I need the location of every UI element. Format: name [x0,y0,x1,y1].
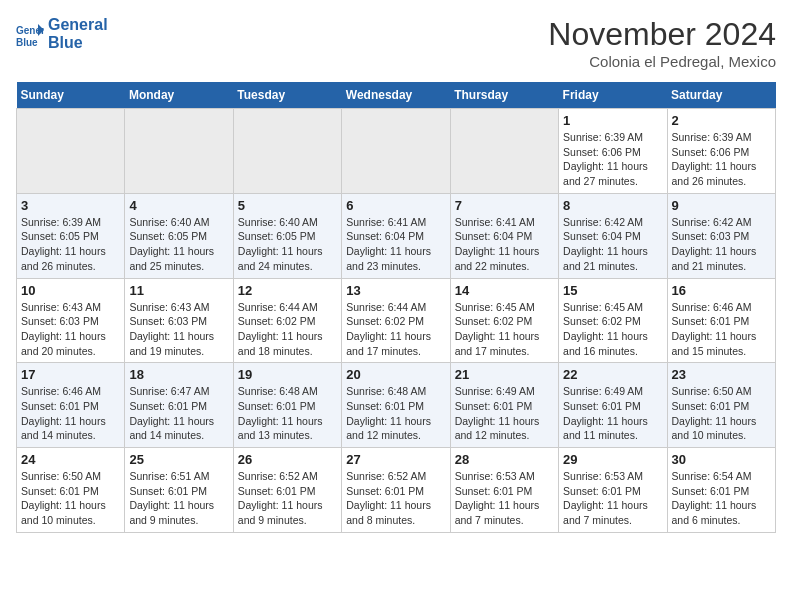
calendar-week-2: 3Sunrise: 6:39 AMSunset: 6:05 PMDaylight… [17,193,776,278]
day-number: 6 [346,198,445,213]
day-number: 8 [563,198,662,213]
logo: General Blue General Blue [16,16,108,51]
calendar-day: 6Sunrise: 6:41 AMSunset: 6:04 PMDaylight… [342,193,450,278]
day-info: Sunrise: 6:49 AMSunset: 6:01 PMDaylight:… [455,384,554,443]
calendar-day: 24Sunrise: 6:50 AMSunset: 6:01 PMDayligh… [17,448,125,533]
day-number: 12 [238,283,337,298]
day-info: Sunrise: 6:50 AMSunset: 6:01 PMDaylight:… [21,469,120,528]
day-info: Sunrise: 6:52 AMSunset: 6:01 PMDaylight:… [238,469,337,528]
svg-text:Blue: Blue [16,37,38,48]
col-header-monday: Monday [125,82,233,109]
day-number: 30 [672,452,771,467]
day-number: 23 [672,367,771,382]
day-number: 24 [21,452,120,467]
day-number: 26 [238,452,337,467]
day-info: Sunrise: 6:44 AMSunset: 6:02 PMDaylight:… [346,300,445,359]
logo-blue: Blue [48,34,108,52]
calendar-day: 12Sunrise: 6:44 AMSunset: 6:02 PMDayligh… [233,278,341,363]
day-info: Sunrise: 6:48 AMSunset: 6:01 PMDaylight:… [238,384,337,443]
day-number: 11 [129,283,228,298]
day-info: Sunrise: 6:46 AMSunset: 6:01 PMDaylight:… [21,384,120,443]
day-number: 25 [129,452,228,467]
day-info: Sunrise: 6:41 AMSunset: 6:04 PMDaylight:… [455,215,554,274]
day-number: 22 [563,367,662,382]
calendar-table: SundayMondayTuesdayWednesdayThursdayFrid… [16,82,776,533]
day-number: 18 [129,367,228,382]
calendar-day: 19Sunrise: 6:48 AMSunset: 6:01 PMDayligh… [233,363,341,448]
day-number: 29 [563,452,662,467]
location-label: Colonia el Pedregal, Mexico [548,53,776,70]
col-header-tuesday: Tuesday [233,82,341,109]
col-header-saturday: Saturday [667,82,775,109]
day-number: 2 [672,113,771,128]
month-title: November 2024 [548,16,776,53]
calendar-week-3: 10Sunrise: 6:43 AMSunset: 6:03 PMDayligh… [17,278,776,363]
calendar-day: 4Sunrise: 6:40 AMSunset: 6:05 PMDaylight… [125,193,233,278]
logo-general: General [48,16,108,34]
day-info: Sunrise: 6:43 AMSunset: 6:03 PMDaylight:… [129,300,228,359]
col-header-wednesday: Wednesday [342,82,450,109]
calendar-day [17,109,125,194]
day-info: Sunrise: 6:41 AMSunset: 6:04 PMDaylight:… [346,215,445,274]
col-header-sunday: Sunday [17,82,125,109]
day-info: Sunrise: 6:45 AMSunset: 6:02 PMDaylight:… [563,300,662,359]
calendar-day: 13Sunrise: 6:44 AMSunset: 6:02 PMDayligh… [342,278,450,363]
col-header-thursday: Thursday [450,82,558,109]
day-info: Sunrise: 6:53 AMSunset: 6:01 PMDaylight:… [455,469,554,528]
page-header: General Blue General Blue November 2024 … [16,16,776,70]
day-number: 17 [21,367,120,382]
calendar-day [233,109,341,194]
calendar-day: 2Sunrise: 6:39 AMSunset: 6:06 PMDaylight… [667,109,775,194]
day-info: Sunrise: 6:53 AMSunset: 6:01 PMDaylight:… [563,469,662,528]
calendar-day: 10Sunrise: 6:43 AMSunset: 6:03 PMDayligh… [17,278,125,363]
day-number: 5 [238,198,337,213]
calendar-day: 25Sunrise: 6:51 AMSunset: 6:01 PMDayligh… [125,448,233,533]
day-info: Sunrise: 6:39 AMSunset: 6:06 PMDaylight:… [672,130,771,189]
calendar-day: 3Sunrise: 6:39 AMSunset: 6:05 PMDaylight… [17,193,125,278]
title-block: November 2024 Colonia el Pedregal, Mexic… [548,16,776,70]
calendar-day: 22Sunrise: 6:49 AMSunset: 6:01 PMDayligh… [559,363,667,448]
calendar-day: 14Sunrise: 6:45 AMSunset: 6:02 PMDayligh… [450,278,558,363]
day-number: 19 [238,367,337,382]
calendar-day [342,109,450,194]
day-info: Sunrise: 6:43 AMSunset: 6:03 PMDaylight:… [21,300,120,359]
calendar-day: 18Sunrise: 6:47 AMSunset: 6:01 PMDayligh… [125,363,233,448]
day-info: Sunrise: 6:39 AMSunset: 6:05 PMDaylight:… [21,215,120,274]
calendar-day [450,109,558,194]
day-number: 4 [129,198,228,213]
day-info: Sunrise: 6:54 AMSunset: 6:01 PMDaylight:… [672,469,771,528]
day-number: 15 [563,283,662,298]
calendar-day: 8Sunrise: 6:42 AMSunset: 6:04 PMDaylight… [559,193,667,278]
day-number: 1 [563,113,662,128]
calendar-day: 1Sunrise: 6:39 AMSunset: 6:06 PMDaylight… [559,109,667,194]
calendar-day: 29Sunrise: 6:53 AMSunset: 6:01 PMDayligh… [559,448,667,533]
calendar-day: 11Sunrise: 6:43 AMSunset: 6:03 PMDayligh… [125,278,233,363]
calendar-day: 5Sunrise: 6:40 AMSunset: 6:05 PMDaylight… [233,193,341,278]
day-info: Sunrise: 6:50 AMSunset: 6:01 PMDaylight:… [672,384,771,443]
day-number: 9 [672,198,771,213]
day-info: Sunrise: 6:39 AMSunset: 6:06 PMDaylight:… [563,130,662,189]
day-number: 3 [21,198,120,213]
day-info: Sunrise: 6:52 AMSunset: 6:01 PMDaylight:… [346,469,445,528]
day-info: Sunrise: 6:40 AMSunset: 6:05 PMDaylight:… [129,215,228,274]
calendar-header-row: SundayMondayTuesdayWednesdayThursdayFrid… [17,82,776,109]
calendar-week-5: 24Sunrise: 6:50 AMSunset: 6:01 PMDayligh… [17,448,776,533]
col-header-friday: Friday [559,82,667,109]
calendar-day: 26Sunrise: 6:52 AMSunset: 6:01 PMDayligh… [233,448,341,533]
day-info: Sunrise: 6:40 AMSunset: 6:05 PMDaylight:… [238,215,337,274]
day-number: 28 [455,452,554,467]
calendar-day: 20Sunrise: 6:48 AMSunset: 6:01 PMDayligh… [342,363,450,448]
calendar-day: 28Sunrise: 6:53 AMSunset: 6:01 PMDayligh… [450,448,558,533]
calendar-day: 15Sunrise: 6:45 AMSunset: 6:02 PMDayligh… [559,278,667,363]
calendar-week-4: 17Sunrise: 6:46 AMSunset: 6:01 PMDayligh… [17,363,776,448]
calendar-week-1: 1Sunrise: 6:39 AMSunset: 6:06 PMDaylight… [17,109,776,194]
day-info: Sunrise: 6:42 AMSunset: 6:04 PMDaylight:… [563,215,662,274]
day-info: Sunrise: 6:51 AMSunset: 6:01 PMDaylight:… [129,469,228,528]
day-info: Sunrise: 6:46 AMSunset: 6:01 PMDaylight:… [672,300,771,359]
calendar-day: 17Sunrise: 6:46 AMSunset: 6:01 PMDayligh… [17,363,125,448]
day-info: Sunrise: 6:42 AMSunset: 6:03 PMDaylight:… [672,215,771,274]
day-number: 10 [21,283,120,298]
day-number: 14 [455,283,554,298]
day-info: Sunrise: 6:45 AMSunset: 6:02 PMDaylight:… [455,300,554,359]
day-info: Sunrise: 6:47 AMSunset: 6:01 PMDaylight:… [129,384,228,443]
